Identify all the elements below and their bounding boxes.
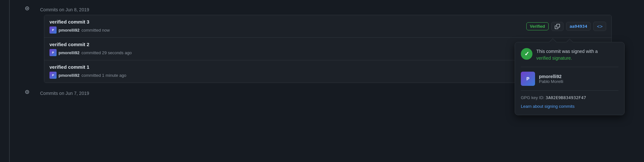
commit-hash-3[interactable]: aa94934 — [566, 22, 591, 31]
commit-time-2: committed 29 seconds ago — [81, 50, 132, 55]
gpg-key: 3A02E9B834932F47 — [546, 95, 586, 100]
timeline-line — [9, 0, 10, 162]
copy-hash-button-3[interactable] — [551, 22, 564, 31]
commit-left-2: verified commit 2 P pmorelli92 committed… — [49, 42, 132, 56]
verified-button-3[interactable]: Verified — [526, 22, 549, 30]
popup-fullname: Pablo Morelli — [539, 79, 563, 84]
section-heading-row: Commits on Jun 8, 2019 — [39, 3, 612, 15]
code-icon-3: <> — [597, 24, 603, 29]
author-name-1: pmorelli92 — [59, 73, 80, 78]
avatar-3: P — [49, 26, 57, 34]
popup-user: P pmorelli92 Pablo Morelli — [521, 72, 618, 86]
commit-left-3: verified commit 3 P pmorelli92 committed… — [49, 19, 110, 34]
commit-graph-icon-2 — [25, 89, 30, 96]
commit-meta-2: P pmorelli92 committed 29 seconds ago — [49, 49, 132, 56]
commit-title-3: verified commit 3 — [49, 19, 110, 25]
popup-header: This commit was signed with a verified s… — [521, 48, 618, 62]
commit-item-3: verified commit 3 P pmorelli92 committed… — [44, 15, 611, 38]
popup-divider-2 — [521, 90, 618, 91]
avatar-1: P — [49, 72, 57, 79]
commit-graph-icon — [25, 6, 30, 12]
popup-divider-1 — [521, 67, 618, 67]
popup-message-prefix: This commit was signed with a — [536, 49, 598, 54]
commit-time-1: committed 1 minute ago — [81, 73, 126, 78]
commit-left-1: verified commit 1 P pmorelli92 committed… — [49, 64, 126, 79]
commit-meta-1: P pmorelli92 committed 1 minute ago — [49, 72, 126, 79]
page-wrapper: Commits on Jun 8, 2019 verified commit 3… — [0, 0, 644, 162]
section-heading-jun8: Commits on Jun 8, 2019 — [39, 7, 89, 12]
verified-check-icon — [521, 48, 532, 60]
popup-user-info: pmorelli92 Pablo Morelli — [539, 74, 563, 84]
commit-time-3: committed now — [81, 28, 110, 33]
commit-title-1: verified commit 1 — [49, 64, 126, 70]
avatar-2: P — [49, 49, 57, 56]
verified-signature-link[interactable]: verified signature. — [536, 56, 572, 61]
commit-title-2: verified commit 2 — [49, 42, 132, 47]
learn-about-signing-link[interactable]: Learn about signing commits — [521, 104, 574, 109]
popup-header-text: This commit was signed with a verified s… — [536, 48, 598, 62]
commit-meta-3: P pmorelli92 committed now — [49, 26, 110, 34]
section-heading-jun7: Commits on Jun 7, 2019 — [39, 91, 89, 96]
gpg-info: GPG key ID: 3A02E9B834932F47 — [521, 95, 618, 100]
popup-user-avatar: P — [521, 72, 535, 86]
browse-code-button-3[interactable]: <> — [593, 22, 606, 31]
gpg-label: GPG key ID: — [521, 95, 544, 100]
svg-point-3 — [27, 91, 28, 93]
commit-right-3: Verified aa94934 <> — [526, 22, 606, 31]
author-name-3: pmorelli92 — [59, 28, 80, 33]
svg-point-1 — [27, 8, 28, 9]
popup-username: pmorelli92 — [539, 74, 563, 79]
author-name-2: pmorelli92 — [59, 50, 80, 55]
verified-signature-popup: This commit was signed with a verified s… — [515, 42, 625, 115]
